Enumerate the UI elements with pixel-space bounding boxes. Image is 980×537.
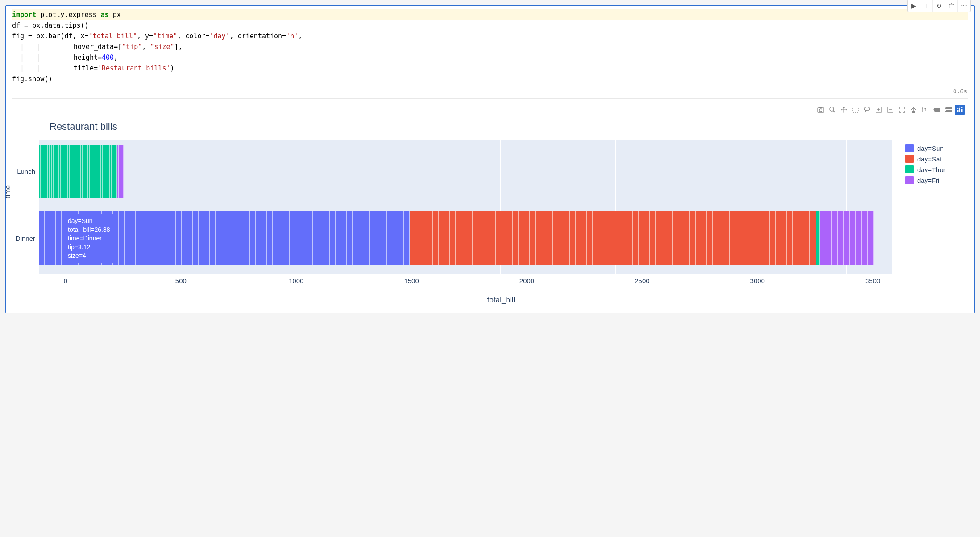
- code-token: df = px.data.tips(): [12, 21, 89, 29]
- svg-point-3: [830, 107, 834, 111]
- code-token: , orientation=: [230, 32, 286, 40]
- x-tick: 500: [175, 277, 187, 285]
- output-area: Restaurant bills time Lunch Dinner day=S…: [6, 99, 974, 313]
- code-token: ): [170, 64, 174, 72]
- y-tick: Dinner: [16, 235, 35, 242]
- lasso-icon[interactable]: [862, 105, 872, 115]
- reset-axes-icon[interactable]: [908, 105, 919, 115]
- zoom-in-icon[interactable]: [873, 105, 884, 115]
- add-cell-button[interactable]: +: [920, 0, 933, 12]
- bar-segment[interactable]: [39, 145, 117, 198]
- plotly-modebar: [12, 103, 968, 118]
- code-token: , y=: [137, 32, 153, 40]
- code-token: "size": [150, 43, 174, 51]
- code-token: ,: [114, 54, 118, 62]
- svg-point-23: [957, 108, 958, 109]
- autoscale-icon[interactable]: [897, 105, 907, 115]
- code-token: "time": [153, 32, 177, 40]
- zoom-icon[interactable]: [827, 105, 838, 115]
- code-token: title=: [21, 64, 98, 72]
- svg-rect-2: [819, 107, 822, 108]
- cell-toolbar: ▶ + ↻ 🗑 ⋯: [907, 0, 971, 12]
- code-token: hover_data=[: [21, 43, 122, 51]
- code-token: plotly.express: [36, 11, 101, 19]
- more-actions-button[interactable]: ⋯: [958, 0, 970, 12]
- x-tick: 3500: [865, 277, 880, 285]
- x-tick: 3000: [750, 277, 765, 285]
- svg-rect-20: [957, 110, 959, 112]
- svg-rect-22: [961, 109, 963, 112]
- code-token: fig.show(): [12, 75, 52, 83]
- svg-rect-7: [852, 107, 859, 112]
- code-token: import: [12, 11, 36, 19]
- bar-segment[interactable]: [117, 145, 124, 198]
- pan-icon[interactable]: [839, 105, 849, 115]
- run-cell-button[interactable]: ▶: [908, 0, 920, 12]
- box-select-icon[interactable]: [850, 105, 861, 115]
- code-token: , color=: [177, 32, 209, 40]
- legend-label: day=Sun: [917, 145, 944, 152]
- x-tick: 0: [64, 277, 67, 285]
- code-token: height=: [21, 54, 102, 62]
- legend: day=Sunday=Satday=Thurday=Fri: [892, 140, 963, 187]
- svg-rect-14: [912, 111, 915, 113]
- svg-point-8: [864, 107, 870, 111]
- y-axis-label: time: [4, 185, 12, 198]
- code-token: ,: [298, 32, 302, 40]
- legend-swatch: [905, 176, 914, 184]
- x-axis: 0500100015002000250030003500: [39, 277, 963, 288]
- legend-item[interactable]: day=Sat: [905, 155, 963, 163]
- code-token: px: [109, 11, 121, 19]
- legend-swatch: [905, 155, 914, 163]
- plot-area[interactable]: time Lunch Dinner day=Suntotal_bill=26.8…: [39, 140, 892, 274]
- hover-closest-icon[interactable]: [931, 105, 942, 115]
- bar-segment[interactable]: [410, 211, 816, 265]
- legend-label: day=Fri: [917, 177, 939, 184]
- execution-time: 0.6s: [6, 88, 974, 96]
- x-axis-label: total_bill: [39, 296, 963, 305]
- zoom-out-icon[interactable]: [885, 105, 896, 115]
- notebook-cell: ▶ + ↻ 🗑 ⋯ import plotly.express as px df…: [5, 5, 975, 313]
- x-tick: 2500: [635, 277, 649, 285]
- code-token: 400: [102, 54, 114, 62]
- chart-title: Restaurant bills: [39, 118, 963, 140]
- code-token: ,: [142, 43, 150, 51]
- x-tick: 1500: [404, 277, 419, 285]
- code-token: as: [101, 11, 109, 19]
- legend-label: day=Sat: [917, 155, 942, 163]
- bar-lunch[interactable]: [39, 145, 308, 198]
- y-tick: Lunch: [17, 168, 35, 175]
- code-token: 'day': [210, 32, 230, 40]
- legend-item[interactable]: day=Thur: [905, 165, 963, 173]
- camera-icon[interactable]: [815, 105, 826, 115]
- delete-cell-button[interactable]: 🗑: [945, 0, 958, 12]
- code-token: 'Restaurant bills': [98, 64, 170, 72]
- svg-point-19: [925, 108, 926, 110]
- legend-item[interactable]: day=Fri: [905, 176, 963, 184]
- chart-container: Restaurant bills time Lunch Dinner day=S…: [12, 118, 968, 305]
- bar-segment[interactable]: [820, 211, 874, 265]
- bar-segment[interactable]: [39, 211, 410, 265]
- code-token: "tip": [122, 43, 142, 51]
- svg-rect-21: [959, 108, 961, 112]
- code-token: fig = px.bar(df, x=: [12, 32, 89, 40]
- code-token: ],: [174, 43, 183, 51]
- code-token: "total_bill": [89, 32, 137, 40]
- legend-swatch: [905, 165, 914, 173]
- code-token: 'h': [286, 32, 298, 40]
- code-editor[interactable]: import plotly.express as px df = px.data…: [6, 6, 974, 88]
- x-tick: 2000: [519, 277, 534, 285]
- svg-point-1: [819, 109, 822, 112]
- bar-dinner[interactable]: [39, 211, 883, 265]
- plotly-logo-icon[interactable]: [955, 105, 965, 115]
- hover-compare-icon[interactable]: [943, 105, 954, 115]
- svg-point-25: [961, 107, 962, 108]
- bar-segment[interactable]: [816, 211, 820, 265]
- spike-lines-icon[interactable]: [920, 105, 930, 115]
- x-tick: 1000: [289, 277, 303, 285]
- legend-swatch: [905, 144, 914, 152]
- restart-button[interactable]: ↻: [933, 0, 945, 12]
- svg-point-24: [959, 107, 960, 107]
- legend-item[interactable]: day=Sun: [905, 144, 963, 152]
- y-axis: Lunch Dinner: [13, 140, 37, 274]
